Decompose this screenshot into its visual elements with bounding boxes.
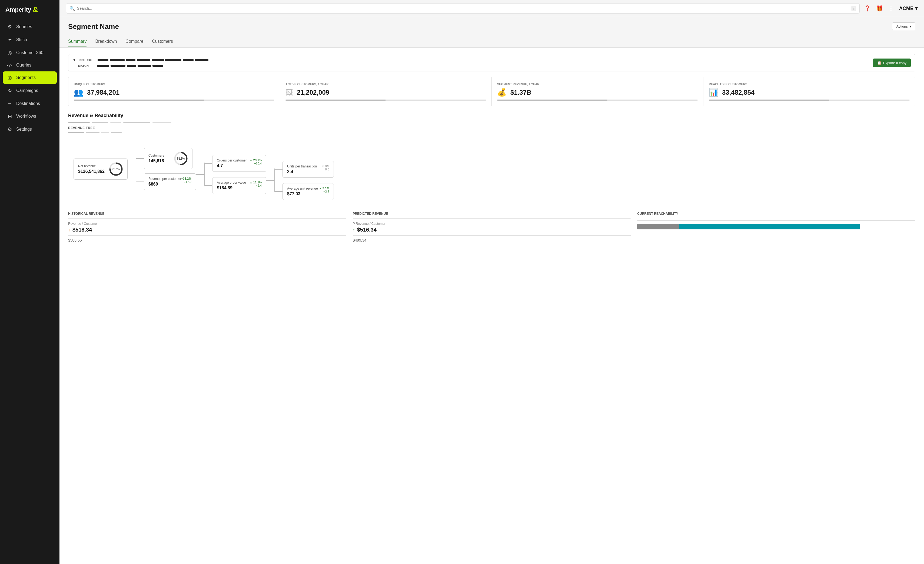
avg-order-row: Average order value $184.89 ▲ 11.1% +2.4 [204, 177, 266, 194]
sidebar-item-sources[interactable]: ⚙ Sources [3, 21, 57, 33]
avg-order-label: Average order value [217, 181, 246, 185]
units-trend-val: 0.0 [322, 168, 329, 171]
reachability-bar [637, 224, 915, 229]
active-customers-icon: 🖼 [285, 88, 293, 97]
logo-text: Amperity [5, 6, 31, 13]
sidebar-item-destinations[interactable]: → Destinations [3, 98, 57, 110]
stat-bar-fill [709, 99, 830, 101]
filter-match-label: MATCH [73, 64, 94, 67]
historical-revenue-title: HISTORICAL REVENUE [68, 212, 346, 216]
topbar: 🔍 / ❓ 🎁 ⋮ ACME ▾ [60, 0, 924, 17]
gift-icon[interactable]: 🎁 [876, 5, 883, 12]
stats-cards: UNIQUE CUSTOMERS 👥 37,984,201 ACTIVE CUS… [68, 77, 915, 106]
sources-icon: ⚙ [6, 24, 13, 30]
chip [126, 59, 135, 61]
search-icon: 🔍 [69, 6, 75, 11]
connector-h2 [196, 174, 204, 175]
pred-trend-icon: ↑ [353, 227, 355, 232]
reachability-more-icon[interactable]: ⋮ [910, 212, 915, 218]
segment-revenue-icon: 💰 [497, 88, 507, 97]
sidebar: Amperity & ⚙ Sources ✦ Stitch ◎ Customer… [0, 0, 60, 564]
branch-h [204, 163, 212, 164]
tab-customers[interactable]: Customers [152, 36, 173, 47]
stat-reachable-customers-label: REACHABLE CUSTOMERS [709, 83, 910, 86]
chip [138, 65, 151, 67]
stat-bar-fill [497, 99, 608, 101]
sidebar-label-workflows: Workflows [16, 114, 36, 119]
rev-per-customer-row: Revenue per customer $869 +31.2% +117.2 [136, 173, 196, 190]
v-line [204, 162, 205, 186]
stat-segment-revenue-label: SEGMENT REVENUE, 1 YEAR [497, 83, 698, 86]
sidebar-item-workflows[interactable]: ⊟ Workflows [3, 110, 57, 123]
sidebar-nav: ⚙ Sources ✦ Stitch ◎ Customer 360 </> Qu… [0, 21, 60, 135]
chip [183, 59, 194, 61]
more-options-icon[interactable]: ⋮ [888, 5, 894, 12]
page-title: Segment Name [68, 23, 119, 31]
filter-expand-icon[interactable]: ▼ [73, 58, 76, 62]
campaigns-icon: ↻ [6, 88, 13, 93]
stat-bar-fill [74, 99, 204, 101]
chip [97, 65, 109, 67]
level4-branch: Units per transaction 2.4 0.0% 0.0 [274, 161, 334, 200]
actions-chevron-icon: ▾ [909, 24, 911, 29]
app-logo: Amperity & [0, 0, 60, 21]
sidebar-label-sources: Sources [16, 24, 32, 29]
current-reachability-section: CURRENT REACHABILITY ⋮ [637, 212, 915, 242]
pred-divider [353, 218, 631, 218]
help-icon[interactable]: ❓ [864, 5, 871, 12]
chip [127, 65, 136, 67]
user-name: ACME [899, 6, 914, 11]
stat-active-customers-value: 21,202,009 [297, 89, 329, 96]
revenue-tree: Net revenue $126,541,862 76.5% [68, 138, 915, 205]
hist-bar [68, 235, 346, 236]
sidebar-item-settings[interactable]: ⚙ Settings [3, 123, 57, 135]
sidebar-item-queries[interactable]: </> Queries [3, 60, 57, 71]
net-revenue-gauge: 76.5% [109, 162, 123, 176]
stat-active-customers-label: ACTIVE CUSTOMERS, 1 YEAR [285, 83, 486, 86]
tree-revenue-per-customer: Revenue per customer $869 +31.2% +117.2 [144, 173, 196, 190]
sidebar-item-segments[interactable]: ◎ Segments [3, 71, 57, 84]
explore-copy-button[interactable]: 📋 Explore a copy [873, 59, 911, 67]
sidebar-label-stitch: Stitch [16, 37, 27, 42]
chip [153, 65, 163, 67]
section-title: Revenue & Reachability [68, 113, 915, 119]
level2-branch: Customers 145,618 51.8% [136, 148, 196, 190]
connector-h3 [266, 180, 274, 181]
tab-summary[interactable]: Summary [68, 36, 87, 47]
stat-unique-customers-label: UNIQUE CUSTOMERS [74, 83, 274, 86]
v-line [274, 168, 275, 193]
net-revenue-gauge-label: 76.5% [112, 168, 120, 171]
stat-segment-revenue-value: $1.37B [510, 89, 531, 96]
historical-revenue-section: HISTORICAL REVENUE Revenue / Customer ↓ … [68, 212, 346, 242]
search-input[interactable] [77, 6, 849, 11]
chip [137, 59, 150, 61]
tab-compare[interactable]: Compare [126, 36, 144, 47]
connector-h1 [128, 169, 136, 169]
chip [98, 59, 108, 61]
content-area: Segment Name Actions ▾ Summary Breakdown… [60, 17, 924, 564]
filter-include-label: INCLUDE [79, 59, 95, 62]
filter-include-row: ▼ INCLUDE [73, 58, 911, 62]
tab-breakdown[interactable]: Breakdown [95, 36, 117, 47]
customer360-icon: ◎ [6, 50, 13, 56]
branch-h [136, 158, 144, 159]
user-menu[interactable]: ACME ▾ [899, 5, 918, 11]
orders-trend-val: +10.4 [249, 162, 262, 165]
page-header-top: Segment Name Actions ▾ [68, 23, 915, 35]
sidebar-item-customer360[interactable]: ◎ Customer 360 [3, 47, 57, 59]
net-revenue-label: Net revenue [78, 164, 105, 168]
reachability-title: CURRENT REACHABILITY [637, 212, 678, 216]
sidebar-label-customer360: Customer 360 [16, 50, 44, 55]
actions-button[interactable]: Actions ▾ [892, 23, 915, 30]
chip [152, 59, 164, 61]
revenue-reachability-section: Revenue & Reachability REVENUE TREE [68, 113, 915, 242]
search-slash: / [852, 6, 856, 11]
stitch-icon: ✦ [6, 37, 13, 43]
sidebar-item-campaigns[interactable]: ↻ Campaigns [3, 84, 57, 97]
explore-copy-icon: 📋 [877, 61, 882, 65]
pred-metric-label: P Revenue / Customer [353, 222, 631, 226]
sidebar-item-stitch[interactable]: ✦ Stitch [3, 33, 57, 46]
search-bar[interactable]: 🔍 / [66, 3, 860, 14]
tree-avg-order-value: Average order value $184.89 ▲ 11.1% +2.4 [212, 177, 266, 194]
hist-metric-label: Revenue / Customer [68, 222, 346, 226]
